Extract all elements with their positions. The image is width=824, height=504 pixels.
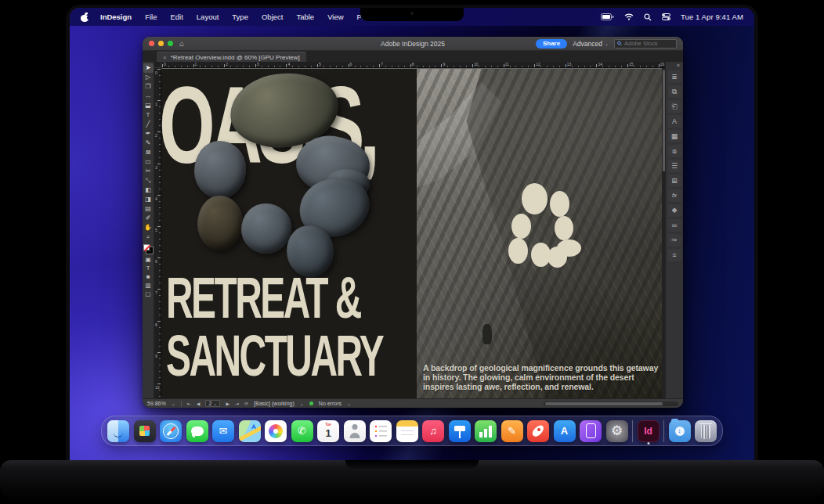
formatting-affects-text[interactable]: T: [143, 264, 154, 272]
menu-type[interactable]: Type: [232, 13, 248, 21]
selection-tool[interactable]: ➤: [143, 63, 154, 73]
dock-settings-icon[interactable]: ⚙: [606, 420, 628, 442]
pages-panel[interactable]: ⧉: [668, 85, 681, 98]
workspace-switcher[interactable]: Advanced⌄: [573, 40, 609, 48]
dock-photos-icon[interactable]: [265, 420, 287, 442]
first-page-icon[interactable]: ⇤: [187, 401, 191, 406]
text-wrap-panel[interactable]: ≡: [668, 249, 681, 261]
tab-close-icon[interactable]: ×: [163, 54, 167, 61]
bookmarks-panel[interactable]: ⎗: [668, 100, 681, 113]
next-page-icon[interactable]: ▶: [226, 401, 229, 406]
swatches-panel[interactable]: ▦: [668, 130, 681, 142]
right-page[interactable]: A backdrop of geological magnificence gr…: [417, 69, 665, 398]
menu-clock[interactable]: Tue 1 Apr 9:41 AM: [681, 13, 743, 21]
dock-trash-icon[interactable]: [695, 420, 717, 442]
adobe-express-panel[interactable]: ✑: [668, 234, 681, 247]
gradient-swatch-tool[interactable]: ◧: [143, 185, 154, 195]
rectangle-tool[interactable]: ▭: [143, 157, 154, 167]
properties-panel[interactable]: ≣: [668, 70, 681, 83]
horizontal-ruler[interactable]: 012345678910111213141516: [161, 62, 665, 68]
preflight-profile[interactable]: [Basic] (working): [254, 401, 295, 406]
wifi-icon[interactable]: [624, 13, 634, 20]
preset-caret-icon[interactable]: ⌄: [300, 401, 304, 406]
control-center-icon[interactable]: [662, 13, 670, 20]
vertical-ruler[interactable]: 012345678910: [154, 68, 161, 398]
scrollbar-thumb[interactable]: [663, 70, 665, 171]
battery-icon[interactable]: [601, 13, 614, 20]
paragraph-panel[interactable]: ☰: [668, 160, 681, 172]
menu-file[interactable]: File: [145, 13, 157, 21]
apply-color[interactable]: ■: [143, 272, 154, 281]
object-styles-panel[interactable]: ❖: [668, 204, 681, 217]
page-spread[interactable]: OASIS, RETREAT &: [161, 69, 665, 398]
stock-search-input[interactable]: [624, 40, 674, 47]
dock-indesign-icon[interactable]: Id: [638, 420, 660, 442]
dock-finder-icon[interactable]: [107, 420, 129, 442]
cc-libraries-panel[interactable]: ⊞: [668, 175, 681, 187]
dock-numbers-icon[interactable]: [475, 420, 497, 442]
dock-contacts-icon[interactable]: [344, 420, 366, 442]
character-panel[interactable]: A: [668, 115, 681, 128]
note-tool[interactable]: ▤: [143, 204, 154, 214]
zoom-level[interactable]: 59.86%: [147, 401, 166, 406]
preflight-icon[interactable]: ⟳: [244, 401, 248, 406]
search-icon[interactable]: [644, 13, 652, 21]
minimize-button[interactable]: [158, 41, 164, 46]
page-tool[interactable]: ❐: [143, 82, 154, 92]
fill-stroke-swatches[interactable]: [143, 244, 153, 254]
direct-selection-tool[interactable]: ▷: [143, 73, 154, 82]
dock-facetime-icon[interactable]: ✆: [291, 420, 313, 442]
share-button[interactable]: Share: [536, 39, 567, 49]
page-number-field[interactable]: 2 ⌄: [205, 400, 220, 407]
formatting-affects-container[interactable]: ▣: [143, 255, 154, 264]
effects-panel[interactable]: fx: [668, 189, 681, 202]
last-page-icon[interactable]: ⇥: [235, 401, 239, 406]
home-icon[interactable]: ⌂: [179, 40, 184, 48]
frame-tool[interactable]: ⊠: [143, 148, 154, 157]
content-collector-tool[interactable]: ⬓: [143, 101, 154, 110]
dock-reminders-icon[interactable]: [370, 420, 392, 442]
zoom-button[interactable]: [168, 41, 173, 46]
adobe-stock-search[interactable]: [614, 39, 677, 49]
close-button[interactable]: [149, 41, 154, 46]
dock-appstore-icon[interactable]: A: [554, 420, 576, 442]
dock-pages-icon[interactable]: ✎: [501, 420, 523, 442]
layers-panel[interactable]: ⧈: [668, 145, 681, 157]
dock-music-icon[interactable]: ♫: [422, 420, 444, 442]
dock-maps-icon[interactable]: [239, 420, 261, 442]
menu-edit[interactable]: Edit: [170, 13, 183, 21]
dock-iphone-mirroring-icon[interactable]: [580, 420, 602, 442]
dock-notes-icon[interactable]: [396, 420, 418, 442]
apple-menu-icon[interactable]: [81, 13, 89, 22]
dock-calendar-icon[interactable]: Tue1: [317, 420, 339, 442]
dock-mail-icon[interactable]: ✉: [212, 420, 234, 442]
dock-downloads-icon[interactable]: ↓: [669, 420, 691, 442]
free-transform-tool[interactable]: ⤡: [143, 176, 154, 185]
hand-tool[interactable]: ✋: [143, 223, 154, 232]
dock-rocket-icon[interactable]: [527, 420, 549, 442]
menu-layout[interactable]: Layout: [197, 13, 219, 21]
dock-launchpad-icon[interactable]: [134, 420, 156, 442]
dock-messages-icon[interactable]: [186, 420, 208, 442]
zoom-caret-icon[interactable]: ⌄: [172, 401, 175, 406]
screen-mode-preview[interactable]: ▢: [143, 290, 154, 298]
apply-gradient[interactable]: ▥: [143, 281, 154, 290]
document-canvas[interactable]: OASIS, RETREAT &: [161, 68, 665, 398]
errors-status[interactable]: No errors: [319, 401, 342, 406]
expand-panels-icon[interactable]: «: [666, 63, 683, 70]
menu-indesign[interactable]: InDesign: [100, 13, 132, 21]
scrollbar-thumb[interactable]: [545, 402, 663, 405]
errors-caret-icon[interactable]: ⌄: [347, 401, 351, 406]
document-tab[interactable]: × *Retreat Overview.indd @ 60% [GPU Prev…: [157, 52, 306, 62]
dock-safari-icon[interactable]: [160, 420, 182, 442]
pencil-tool[interactable]: ✎: [143, 139, 154, 148]
gap-tool[interactable]: ↔: [143, 92, 154, 101]
prev-page-icon[interactable]: ◀: [197, 401, 201, 406]
dock-keynote-icon[interactable]: [449, 420, 471, 442]
links-panel[interactable]: ∞: [668, 219, 681, 232]
pen-tool[interactable]: ✒: [143, 129, 154, 139]
line-tool[interactable]: ╱: [143, 120, 154, 129]
left-page[interactable]: OASIS, RETREAT &: [161, 69, 417, 398]
eyedropper-tool[interactable]: ✐: [143, 214, 154, 223]
scissors-tool[interactable]: ✂: [143, 167, 154, 176]
